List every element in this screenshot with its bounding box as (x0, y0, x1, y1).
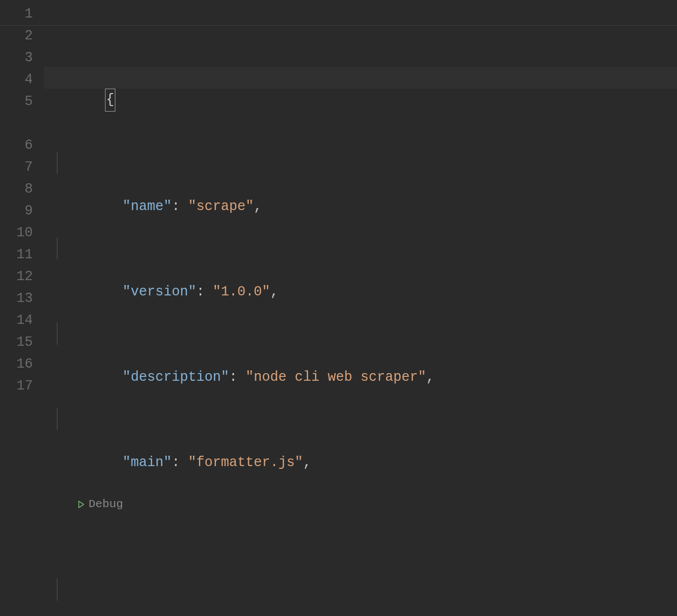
code-line[interactable]: "main": "formatter.js", (44, 408, 677, 430)
indent-guide (57, 323, 57, 345)
codelens-label: Debug (89, 493, 123, 515)
play-icon (77, 500, 85, 509)
code-line[interactable]: "name": "scrape", (44, 152, 677, 174)
code-line[interactable]: "description": "node cli web scraper", (44, 323, 677, 345)
code-line[interactable]: "version": "1.0.0", (44, 237, 677, 259)
indent-guide (57, 579, 57, 601)
json-key-description: "description" (122, 369, 229, 385)
code-line[interactable]: { (44, 67, 677, 89)
line-number: 15 (0, 332, 33, 353)
json-key-version: "version" (122, 284, 196, 300)
codelens-debug[interactable]: Debug (44, 493, 677, 515)
line-number: 4 (0, 69, 33, 91)
line-number: 7 (0, 156, 33, 178)
gutter-spacer (0, 113, 33, 135)
line-number: 1 (0, 3, 33, 25)
code-area[interactable]: { "name": "scrape", "version": "1.0.0", … (44, 0, 677, 616)
line-number: 16 (0, 353, 33, 375)
line-number-gutter: 1 2 3 4 5 6 7 8 9 10 11 12 13 14 15 16 1… (0, 0, 44, 616)
line-number: 2 (0, 25, 33, 47)
json-value-description: "node cli web scraper" (246, 369, 426, 385)
line-number: 11 (0, 244, 33, 266)
json-value-name: "scrape" (188, 199, 254, 214)
json-key-name: "name" (122, 199, 172, 214)
line-number: 17 (0, 375, 33, 397)
indent (106, 199, 122, 214)
code-line[interactable]: "scripts": { (44, 579, 677, 601)
line-number: 6 (0, 135, 33, 156)
json-key-main: "main" (122, 455, 172, 470)
comma: , (254, 199, 262, 214)
line-number: 3 (0, 47, 33, 69)
code-editor[interactable]: 1 2 3 4 5 6 7 8 9 10 11 12 13 14 15 16 1… (0, 0, 677, 616)
json-value-version: "1.0.0" (213, 284, 270, 300)
line-number: 10 (0, 222, 33, 244)
line-number: 5 (0, 91, 33, 113)
line-number: 12 (0, 266, 33, 288)
json-value-main: "formatter.js" (188, 455, 303, 470)
line-number: 13 (0, 288, 33, 310)
colon: : (172, 199, 180, 214)
line-number: 14 (0, 310, 33, 332)
open-brace: { (105, 89, 115, 112)
indent-guide (57, 152, 57, 174)
line-number: 9 (0, 200, 33, 222)
line-number: 8 (0, 178, 33, 200)
indent-guide (57, 237, 57, 259)
indent-guide (57, 408, 57, 430)
